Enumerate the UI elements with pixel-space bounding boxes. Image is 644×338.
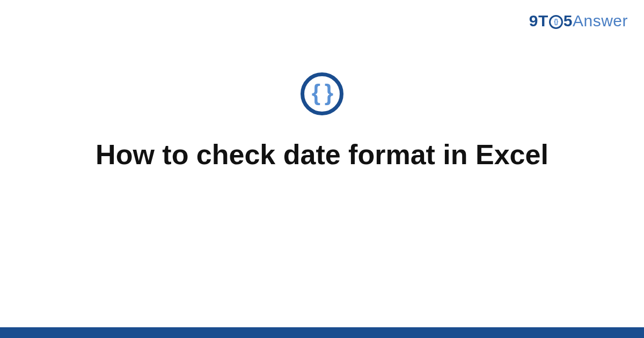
braces-glyph: { } bbox=[312, 82, 332, 104]
footer-accent-bar bbox=[0, 327, 644, 338]
brand-answer: Answer bbox=[573, 12, 628, 30]
brand-o-icon: {} bbox=[549, 15, 563, 29]
braces-icon: {} bbox=[554, 18, 558, 25]
social-card: 9T{}5Answer { } How to check date format… bbox=[0, 0, 644, 338]
code-braces-icon: { } bbox=[301, 72, 343, 115]
brand-nine: 9 bbox=[529, 12, 538, 30]
brand-five: 5 bbox=[564, 12, 573, 30]
page-title: How to check date format in Excel bbox=[0, 138, 644, 171]
brand-t: T bbox=[538, 12, 548, 30]
brand-logo: 9T{}5Answer bbox=[529, 12, 628, 30]
